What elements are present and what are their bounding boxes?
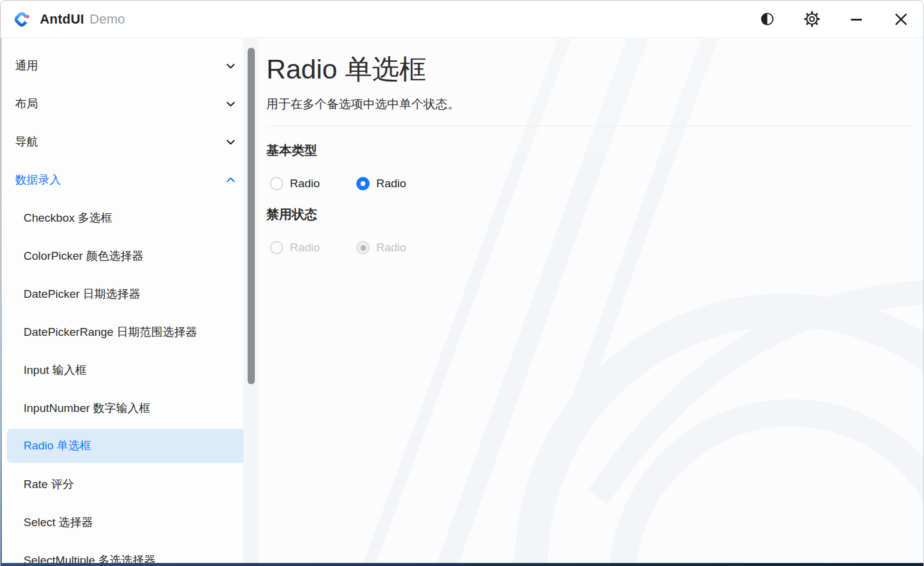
sidebar-item-selectmultiple[interactable]: SelectMultiple 多选选择器 bbox=[1, 541, 259, 566]
radio-label: Radio bbox=[290, 241, 320, 254]
radio-checked-icon bbox=[356, 177, 370, 190]
sidebar-item-datepicker[interactable]: DatePicker 日期选择器 bbox=[1, 275, 259, 313]
sidebar-item-rate[interactable]: Rate 评分 bbox=[1, 465, 259, 503]
sidebar-item-inputnumber[interactable]: InputNumber 数字输入框 bbox=[1, 389, 259, 427]
radio-group-basic: Radio Radio bbox=[270, 177, 914, 190]
radio-label: Radio bbox=[376, 241, 406, 254]
antdui-logo-icon bbox=[14, 10, 32, 28]
sidebar-category-data-entry[interactable]: 数据录入 bbox=[1, 161, 259, 199]
sidebar-item-input[interactable]: Input 输入框 bbox=[1, 351, 259, 389]
sidebar-item-label: Input 输入框 bbox=[24, 362, 87, 378]
sidebar-item-label: DatePicker 日期选择器 bbox=[24, 286, 140, 302]
minimize-button[interactable] bbox=[842, 6, 871, 33]
sidebar-category-label: 导航 bbox=[15, 134, 38, 150]
radio-group-disabled: Radio Radio bbox=[270, 241, 914, 254]
app-title-brand: AntdUI bbox=[40, 11, 84, 27]
sidebar-scrollbar-track[interactable] bbox=[243, 39, 259, 566]
radio-disabled-unchecked-icon bbox=[270, 241, 283, 254]
window-left-edge bbox=[1, 38, 2, 566]
chevron-down-icon bbox=[224, 97, 237, 111]
sidebar-category-label: 通用 bbox=[15, 58, 38, 74]
sidebar-item-select[interactable]: Select 选择器 bbox=[1, 503, 259, 541]
radio-option-checked[interactable]: Radio bbox=[356, 177, 443, 190]
sidebar-category-layout[interactable]: 布局 bbox=[1, 85, 259, 123]
chevron-down-icon bbox=[224, 59, 237, 72]
settings-button[interactable] bbox=[797, 6, 826, 33]
sidebar-scrollbar-thumb[interactable] bbox=[248, 48, 255, 384]
titlebar[interactable]: AntdUI Demo bbox=[1, 1, 923, 38]
radio-option-disabled-unchecked[interactable]: Radio bbox=[270, 241, 356, 254]
sidebar-category-navigation[interactable]: 导航 bbox=[1, 123, 259, 161]
sidebar-item-colorpicker[interactable]: ColorPicker 颜色选择器 bbox=[1, 237, 259, 275]
section-heading-basic: 基本类型 bbox=[266, 142, 914, 159]
sidebar-item-label: Rate 评分 bbox=[24, 477, 74, 492]
app-window: AntdUI Demo bbox=[0, 0, 924, 566]
sidebar-item-label: Select 选择器 bbox=[24, 515, 93, 530]
sidebar-item-label: DatePickerRange 日期范围选择器 bbox=[24, 324, 197, 340]
gear-icon bbox=[804, 11, 820, 27]
radio-disabled-checked-icon bbox=[356, 241, 370, 254]
sidebar-category-label: 数据录入 bbox=[15, 172, 61, 188]
sidebar-item-label: Radio 单选框 bbox=[24, 438, 91, 454]
sidebar-item-label: InputNumber 数字输入框 bbox=[24, 400, 150, 416]
sidebar-item-label: Checkbox 多选框 bbox=[24, 210, 112, 226]
page-title: Radio 单选框 bbox=[266, 52, 914, 87]
chevron-down-icon bbox=[224, 135, 237, 149]
close-icon bbox=[893, 11, 909, 27]
theme-toggle-button[interactable] bbox=[752, 6, 781, 33]
app-title-suffix: Demo bbox=[89, 11, 125, 27]
sidebar-item-radio[interactable]: Radio 单选框 bbox=[7, 429, 257, 463]
minimize-icon bbox=[849, 12, 864, 27]
radio-label: Radio bbox=[376, 177, 406, 190]
section-heading-disabled: 禁用状态 bbox=[266, 206, 914, 223]
sidebar-item-datepickerrange[interactable]: DatePickerRange 日期范围选择器 bbox=[1, 313, 259, 351]
sidebar-item-label: ColorPicker 颜色选择器 bbox=[24, 248, 143, 264]
window-bottom-edge bbox=[1, 563, 923, 566]
radio-option-disabled-checked[interactable]: Radio bbox=[356, 241, 443, 254]
close-button[interactable] bbox=[887, 6, 916, 33]
contrast-icon bbox=[760, 11, 775, 27]
sidebar-item-checkbox[interactable]: Checkbox 多选框 bbox=[1, 199, 259, 237]
sidebar-category-general[interactable]: 通用 bbox=[1, 47, 259, 85]
radio-unchecked-icon bbox=[270, 177, 283, 190]
divider bbox=[266, 126, 914, 126]
main-content: Radio 单选框 用于在多个备选项中选中单个状态。 基本类型 Radio Ra… bbox=[260, 39, 923, 566]
radio-option-unchecked[interactable]: Radio bbox=[270, 177, 356, 190]
radio-label: Radio bbox=[290, 177, 320, 190]
chevron-up-icon bbox=[224, 173, 237, 187]
page-description: 用于在多个备选项中选中单个状态。 bbox=[266, 96, 914, 112]
sidebar-nav: 通用 布局 导航 数据录入 Checkbox 多选框 bbox=[1, 39, 259, 566]
sidebar-category-label: 布局 bbox=[15, 96, 38, 112]
